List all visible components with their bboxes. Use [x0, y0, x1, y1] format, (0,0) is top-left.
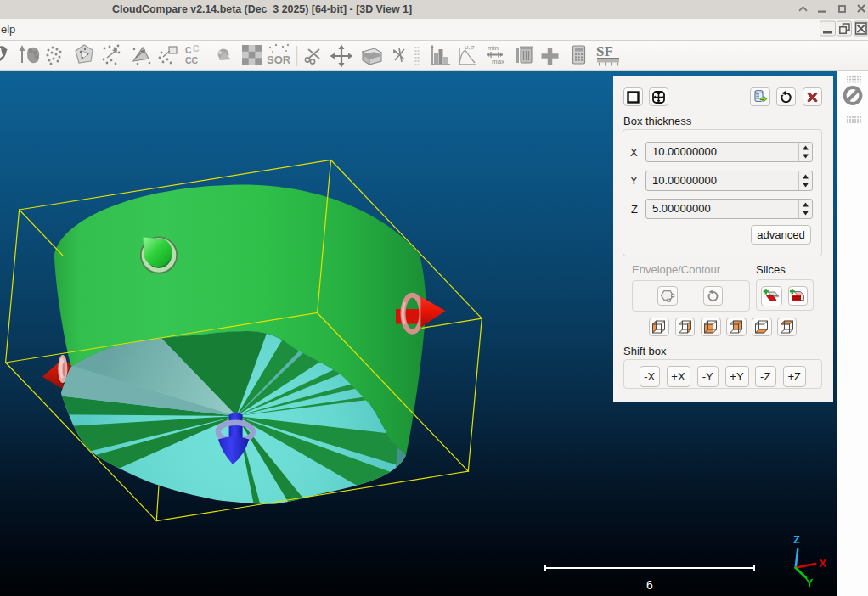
svg-text:max: max [492, 58, 504, 65]
svg-text:C: C [185, 45, 192, 55]
svg-text:μ,σ: μ,σ [465, 43, 475, 51]
svg-text:min: min [488, 44, 499, 52]
svg-text:X: X [819, 557, 826, 570]
svg-text:SOR: SOR [267, 53, 291, 66]
svg-text:Z: Z [793, 533, 800, 546]
svg-text:6: 6 [646, 578, 653, 592]
svg-text:Y: Y [806, 576, 814, 589]
svg-text:C: C [193, 43, 200, 53]
svg-text:CC: CC [185, 55, 199, 65]
svg-text:SF: SF [596, 43, 613, 59]
